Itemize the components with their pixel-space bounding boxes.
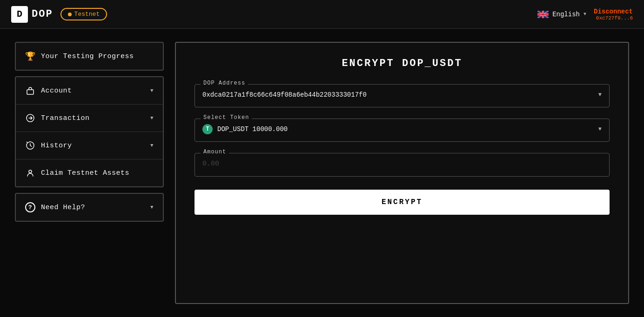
token-icon: T bbox=[202, 124, 213, 134]
content-panel: ENCRYPT DOP_USDT DOP Address 0xdca0217a1… bbox=[175, 42, 629, 304]
lang-label: English bbox=[552, 11, 580, 18]
transaction-left: Transaction bbox=[25, 113, 90, 123]
disconnect-label: Disconnect bbox=[594, 8, 633, 15]
sidebar-item-history[interactable]: History ▼ bbox=[16, 132, 163, 159]
history-left: History bbox=[25, 140, 72, 151]
disconnect-button[interactable]: Disconnect 0xc727f9...6 bbox=[594, 8, 633, 21]
main-layout: 🏆 Your Testing Progress Account ▼ bbox=[0, 29, 644, 317]
amount-field: Amount bbox=[195, 153, 610, 177]
testnet-label: Testnet bbox=[74, 11, 100, 18]
logo: D DOP bbox=[11, 6, 53, 23]
dop-address-label: DOP Address bbox=[201, 80, 248, 86]
header-left: D DOP Testnet bbox=[11, 6, 107, 23]
progress-label: Your Testing Progress bbox=[41, 53, 134, 60]
transaction-label: Transaction bbox=[41, 114, 90, 122]
help-left: ? Need Help? bbox=[25, 202, 85, 212]
history-chevron-icon: ▼ bbox=[150, 143, 154, 148]
token-row: T DOP_USDT 10000.000 ▼ bbox=[202, 123, 602, 136]
progress-icon: 🏆 bbox=[25, 51, 35, 61]
disconnect-addr: 0xc727f9...6 bbox=[594, 15, 633, 21]
sidebar-item-account[interactable]: Account ▼ bbox=[16, 77, 163, 105]
language-selector[interactable]: English ▼ bbox=[537, 11, 586, 18]
history-icon bbox=[25, 140, 35, 151]
help-card[interactable]: ? Need Help? ▼ bbox=[15, 193, 164, 222]
token-select[interactable]: DOP_USDT 10000.000 bbox=[217, 123, 602, 136]
amount-input[interactable] bbox=[202, 157, 602, 171]
dop-address-select[interactable]: 0xdca0217a1f8c66c649f08a6eb44b2203333017… bbox=[202, 88, 602, 101]
claim-left: Claim Testnet Assets bbox=[25, 168, 129, 178]
testnet-badge[interactable]: Testnet bbox=[60, 8, 107, 20]
token-select-wrapper: DOP_USDT 10000.000 ▼ bbox=[217, 123, 602, 136]
help-label: Need Help? bbox=[41, 204, 85, 211]
history-label: History bbox=[41, 142, 72, 150]
dop-address-wrapper: 0xdca0217a1f8c66c649f08a6eb44b2203333017… bbox=[202, 88, 602, 101]
account-label: Account bbox=[41, 87, 72, 95]
testnet-dot bbox=[68, 13, 72, 16]
claim-label: Claim Testnet Assets bbox=[41, 169, 129, 177]
select-token-label: Select Token bbox=[201, 114, 252, 121]
dop-address-field: DOP Address 0xdca0217a1f8c66c649f08a6eb4… bbox=[195, 84, 610, 107]
help-chevron-icon: ▼ bbox=[150, 205, 154, 210]
account-icon bbox=[25, 86, 35, 96]
amount-label: Amount bbox=[201, 149, 229, 155]
flag-icon bbox=[537, 11, 549, 18]
panel-title: ENCRYPT DOP_USDT bbox=[195, 58, 610, 69]
testing-progress-card[interactable]: 🏆 Your Testing Progress bbox=[15, 42, 164, 71]
chevron-down-icon: ▼ bbox=[584, 12, 586, 17]
sidebar: 🏆 Your Testing Progress Account ▼ bbox=[15, 42, 164, 304]
select-token-field: Select Token T DOP_USDT 10000.000 ▼ bbox=[195, 119, 610, 142]
transaction-chevron-icon: ▼ bbox=[150, 115, 154, 121]
sidebar-item-transaction[interactable]: Transaction ▼ bbox=[16, 105, 163, 132]
help-icon: ? bbox=[25, 202, 35, 212]
sidebar-item-claim[interactable]: Claim Testnet Assets bbox=[16, 159, 163, 186]
logo-text: DOP bbox=[32, 8, 53, 20]
help-item[interactable]: ? Need Help? ▼ bbox=[16, 194, 163, 221]
transaction-icon bbox=[25, 113, 35, 123]
account-chevron-icon: ▼ bbox=[150, 88, 154, 93]
svg-point-4 bbox=[29, 170, 32, 173]
header: D DOP Testnet English ▼ Disconnect 0xc72… bbox=[0, 0, 644, 29]
header-right: English ▼ Disconnect 0xc727f9...6 bbox=[537, 8, 633, 21]
svg-rect-1 bbox=[27, 90, 34, 94]
encrypt-button[interactable]: ENCRYPT bbox=[195, 190, 610, 215]
claim-icon bbox=[25, 168, 35, 178]
logo-icon: D bbox=[11, 6, 28, 23]
account-left: Account bbox=[25, 86, 72, 96]
sidebar-nav: Account ▼ Transaction ▼ bbox=[15, 76, 164, 187]
